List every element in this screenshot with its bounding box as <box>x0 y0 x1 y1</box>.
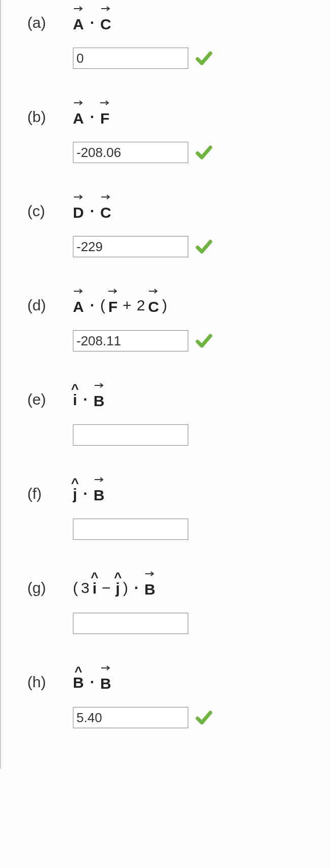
problem-h: (h) B · B <box>1 659 331 754</box>
vector-arrow-icon <box>108 289 117 296</box>
vector-F-letter: F <box>100 110 109 127</box>
right-paren: ) <box>123 576 128 600</box>
vector-B: B <box>144 574 155 602</box>
dot-operator: · <box>131 576 141 600</box>
expression-c: D · C <box>73 198 111 225</box>
left-paren: ( <box>73 576 78 600</box>
answer-row-a <box>1 48 331 69</box>
vector-arrow-icon <box>144 571 155 578</box>
dot-operator: · <box>87 11 97 35</box>
expression-f: j · B <box>73 480 104 507</box>
dot-operator: · <box>87 105 97 129</box>
expression-a: A · C <box>73 9 111 36</box>
vector-A: A <box>73 292 84 319</box>
dot-operator: · <box>80 387 90 412</box>
unit-vector-j: j <box>73 481 77 506</box>
vector-B-letter: B <box>100 675 111 692</box>
vector-B: B <box>94 386 105 413</box>
answer-input-d[interactable] <box>73 330 188 351</box>
answer-input-c[interactable] <box>73 236 188 257</box>
check-icon <box>195 50 213 67</box>
left-paren: ( <box>100 293 105 318</box>
unit-B-letter: B <box>73 674 84 691</box>
expression-g: ( 3 i − j ) · B <box>73 574 155 602</box>
vector-B: B <box>100 668 111 696</box>
vector-arrow-icon <box>100 665 111 673</box>
problem-c-label-row: (c) D · C <box>1 198 331 225</box>
answer-row-b <box>1 142 331 163</box>
vector-A-letter: A <box>73 298 84 315</box>
vector-D-letter: D <box>73 204 84 221</box>
problem-g-label-row: (g) ( 3 i − j ) · B <box>1 574 331 602</box>
answer-input-f[interactable] <box>73 519 188 540</box>
vector-B-letter: B <box>94 392 105 409</box>
vector-A-letter: A <box>73 16 84 32</box>
coefficient-2: 2 <box>137 293 145 318</box>
check-icon <box>195 144 213 161</box>
unit-j-letter: j <box>116 580 120 597</box>
answer-row-d <box>1 330 331 351</box>
expression-d: A · ( F + 2 C ) <box>73 292 167 319</box>
vector-F-letter: F <box>108 298 117 315</box>
dot-operator: · <box>87 670 97 694</box>
vector-C-letter: C <box>148 298 159 315</box>
expression-h: B · B <box>73 668 111 696</box>
unit-i-letter: i <box>93 580 97 597</box>
problem-c: (c) D · C <box>1 188 331 283</box>
dot-operator: · <box>87 199 97 223</box>
answer-input-e[interactable] <box>73 424 188 446</box>
vector-arrow-icon <box>73 100 84 107</box>
expression-b: A · F <box>73 103 109 131</box>
dot-operator: · <box>87 293 97 318</box>
vector-F: F <box>100 103 109 131</box>
part-label-e: (e) <box>27 386 73 408</box>
vector-A-letter: A <box>73 110 84 127</box>
part-label-b: (b) <box>27 103 73 126</box>
answer-input-g[interactable] <box>73 613 188 634</box>
vector-arrow-icon <box>100 100 109 107</box>
coefficient-3: 3 <box>81 576 90 600</box>
answer-input-a[interactable] <box>73 48 188 69</box>
unit-vector-i: i <box>93 575 97 601</box>
part-label-f: (f) <box>27 480 73 502</box>
vector-B: B <box>94 480 105 507</box>
check-icon <box>195 709 213 726</box>
part-label-d: (d) <box>27 292 73 314</box>
answer-row-f <box>1 519 331 540</box>
vector-A: A <box>73 103 84 131</box>
vector-arrow-icon <box>148 289 159 296</box>
right-paren: ) <box>162 293 167 318</box>
vector-F: F <box>108 292 117 319</box>
answer-row-h <box>1 707 331 728</box>
problem-a-label-row: (a) A · C <box>1 9 331 36</box>
plus-operator: + <box>120 293 134 318</box>
unit-vector-i: i <box>73 387 77 412</box>
answer-input-b[interactable] <box>73 142 188 163</box>
expression-e: i · B <box>73 386 104 413</box>
part-label-c: (c) <box>27 198 73 220</box>
problem-b-label-row: (b) A · F <box>1 103 331 131</box>
vector-arrow-icon <box>94 383 105 390</box>
part-label-g: (g) <box>27 574 73 597</box>
answer-row-g <box>1 613 331 634</box>
vector-arrow-icon <box>73 6 84 13</box>
vector-C: C <box>148 292 159 319</box>
problem-e: (e) i · B <box>1 377 331 471</box>
answer-input-h[interactable] <box>73 707 188 728</box>
vector-C-letter: C <box>100 204 111 221</box>
vector-A: A <box>73 9 84 36</box>
vector-C: C <box>100 198 111 225</box>
problem-e-label-row: (e) i · B <box>1 386 331 413</box>
vector-B-letter: B <box>144 581 155 598</box>
minus-operator: − <box>100 576 113 600</box>
problem-g: (g) ( 3 i − j ) · B <box>1 565 331 659</box>
part-label-a: (a) <box>27 9 73 31</box>
answer-row-c <box>1 236 331 257</box>
page-container: (a) A · C (b) <box>0 0 331 769</box>
vector-C-letter: C <box>100 16 111 32</box>
unit-vector-j: j <box>116 575 120 601</box>
problem-d-label-row: (d) A · ( F + 2 C ) <box>1 292 331 319</box>
vector-arrow-icon <box>100 6 111 13</box>
vector-C: C <box>100 9 111 36</box>
unit-j-letter: j <box>73 486 77 502</box>
